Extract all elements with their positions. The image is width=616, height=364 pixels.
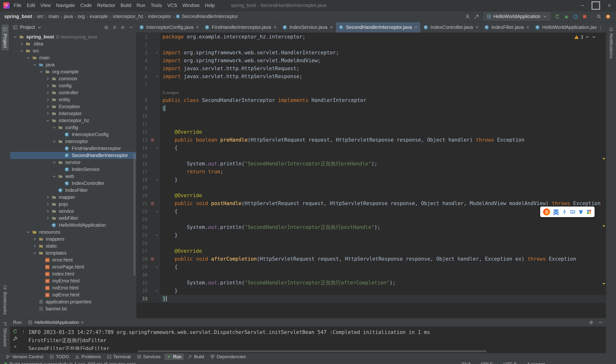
toolwindow-button-problems[interactable]: Problems [73,353,103,360]
code-line-8[interactable]: 8public class SecondHandlerInterceptor i… [136,96,606,104]
profiler-icon[interactable] [573,14,578,19]
code-editor[interactable]: 1package org.example.interceptor_hz.inte… [136,33,606,318]
chevron-right-icon[interactable] [31,237,38,242]
chevron-down-icon[interactable] [44,118,51,123]
code-line-15[interactable]: 15 [136,152,606,160]
tree-item-secondhandlerinterceptor[interactable]: CSecondHandlerInterceptor [10,152,136,159]
chevron-right-icon[interactable] [44,111,51,116]
menu-file[interactable]: File [11,1,24,9]
vertical-scrollbar[interactable] [133,153,136,276]
fold-up-icon[interactable] [155,288,159,293]
skin-icon[interactable] [578,209,584,214]
code-line-14[interactable]: 14 { [136,144,606,152]
chevron-right-icon[interactable] [44,104,51,109]
inspections-widget[interactable]: 3 [574,34,596,40]
chevron-down-icon[interactable] [51,174,57,179]
chevron-right-icon[interactable] [18,41,25,47]
breadcrumb-main[interactable]: main [48,13,60,20]
tree-item-index-html[interactable]: <>index.html [10,271,136,277]
indent-setting[interactable]: 4 spaces [527,362,545,364]
code-line-32[interactable]: 32 } [136,287,606,295]
code-line-26[interactable]: 26 [136,239,606,247]
code-line-12[interactable]: 12 @Override [136,128,606,136]
menu-help[interactable]: Help [202,1,217,9]
ime-mode-indicator[interactable]: 英 [553,208,559,216]
menu-run[interactable]: Run [134,1,148,9]
code-line-30[interactable]: 30 [136,271,606,279]
menu-view[interactable]: View [38,1,54,9]
warning-stripe-mark[interactable] [603,283,605,284]
gear-icon[interactable] [589,320,594,325]
update-icon[interactable] [605,14,611,19]
caret-position[interactable]: 33:2 [462,362,470,364]
fold-down-icon[interactable] [155,51,159,55]
tree-item-config[interactable]: config [10,82,136,89]
tree-item-mappers[interactable]: mappers [10,236,136,243]
run-configuration-select[interactable]: HelloWorldApplication [484,13,550,20]
stripe-button-bookmarks[interactable]: Bookmarks [1,283,9,317]
chevron-right-icon[interactable] [44,90,51,95]
sogou-logo-icon[interactable]: S [543,208,550,215]
keyboard-icon[interactable] [570,209,575,214]
close-icon[interactable]: × [196,25,199,30]
stripe-button-structure[interactable]: Structure [1,319,9,349]
search-icon[interactable] [596,14,602,19]
tree-item-sqlerror-html[interactable]: <>sqlError.html [10,291,136,298]
tree-item-controller[interactable]: controller [10,89,136,96]
chevron-down-icon[interactable] [51,139,57,144]
chevron-up-icon[interactable] [585,35,590,39]
tree-item-error-html[interactable]: <>error.html [10,257,136,263]
close-icon[interactable]: × [475,25,478,30]
chevron-down-icon[interactable] [591,35,596,39]
tree-item-firsthandlerinterceptor[interactable]: CFirstHandlerInterceptor [10,145,136,152]
breadcrumb-secondhandlerinterceptor[interactable]: CSecondHandlerInterceptor [175,13,239,20]
stripe-button-project[interactable]: Project [1,25,9,50]
menu-window[interactable]: Window [180,1,202,9]
tree-item-banner-txt[interactable]: banner.txt [10,305,136,312]
chevron-down-icon[interactable] [31,62,38,67]
code-line-3[interactable]: 3import org.springframework.web.servlet.… [136,49,606,57]
code-line-25[interactable]: 25 } [136,231,606,239]
menu-vcs[interactable]: VCS [165,1,180,9]
maximize-icon[interactable] [589,0,603,11]
tree-item-resources[interactable]: resources [10,229,136,236]
fold-down-icon[interactable] [155,209,159,214]
menu-edit[interactable]: Edit [24,1,38,9]
menu-code[interactable]: Code [78,1,94,9]
tree-item-service[interactable]: service [10,208,136,215]
editor-tab-secondhandlerinterceptor-java[interactable]: CSecondHandlerInterceptor.java× [336,22,420,32]
breadcrumb-src[interactable]: src [36,13,44,20]
toolwindow-button-terminal[interactable]: Terminal [105,353,133,360]
tree-item-common[interactable]: common [10,75,136,82]
code-line-4[interactable]: 4import org.springframework.web.servlet.… [136,57,606,65]
tree-item-config[interactable]: config [10,124,136,131]
toolwindow-button-services[interactable]: Services [134,353,163,360]
editor-tab-interceptorconfig-java[interactable]: CInterceptorConfig.java× [136,22,202,32]
stripe-button-notifications[interactable]: Notifications [608,25,615,61]
profile-icon[interactable] [465,14,470,19]
toolwindow-button-todo[interactable]: TODO [47,353,71,360]
fold-down-icon[interactable] [155,265,159,269]
tree-item-templates[interactable]: templates [10,249,136,257]
fold-down-icon[interactable] [155,146,159,150]
tree-item-interceptor-hz[interactable]: interceptor_hz [10,117,136,124]
code-line-28[interactable]: 28 public void afterCompletion(HttpServl… [136,255,606,263]
chevron-down-icon[interactable] [37,25,42,30]
toolwindow-button-build[interactable]: Build [185,353,206,360]
chevron-right-icon[interactable] [44,202,51,207]
code-line-9[interactable]: 9{ [136,104,606,112]
warning-stripe-mark[interactable] [603,225,605,226]
code-line-20[interactable]: 20 @Override [136,192,606,200]
tree-item-interceptor[interactable]: interceptor [10,138,136,145]
chevron-down-icon[interactable] [31,250,38,256]
chevron-right-icon[interactable] [44,195,51,200]
tree-item-src[interactable]: src [10,47,136,54]
fold-up-icon[interactable] [155,177,159,182]
horizontal-scrollbar[interactable] [138,350,487,352]
debug-icon[interactable] [564,14,569,19]
editor-tab-indexcontroller-java[interactable]: CIndexController.java× [421,22,482,32]
hammer-icon[interactable] [474,14,479,19]
run-console[interactable]: INFO 2023-01-23 14:27:47:789 org.springf… [28,328,603,350]
code-line-23[interactable]: 23 [136,215,606,223]
fold-up-icon[interactable] [155,233,159,237]
